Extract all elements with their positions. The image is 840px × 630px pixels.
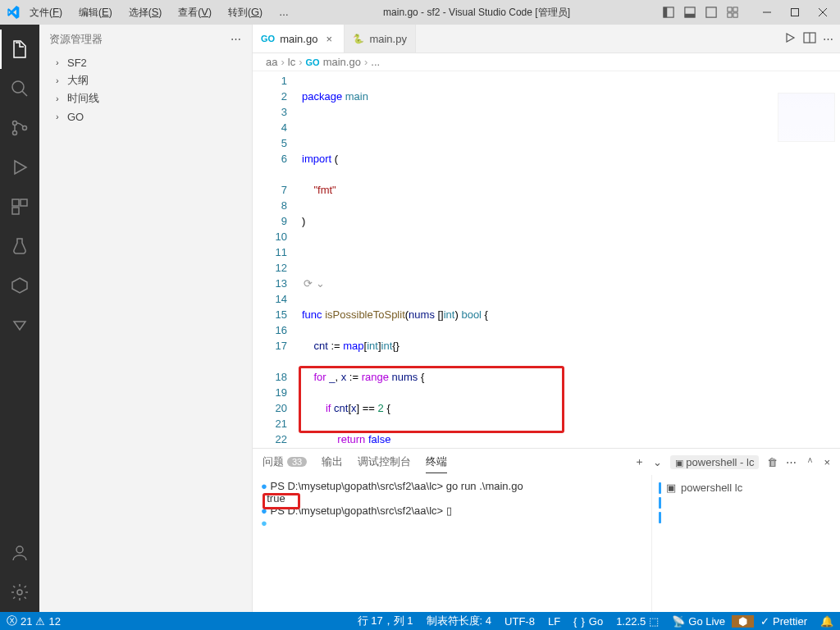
window-maximize-button[interactable] [781,0,809,25]
activity-account[interactable] [0,533,39,573]
panel-close-icon[interactable]: × [824,456,830,468]
activity-scm[interactable] [0,108,39,148]
svg-marker-26 [787,34,794,42]
svg-rect-1 [664,7,667,17]
panel-tab-problems[interactable]: 问题33 [262,451,307,472]
status-errors[interactable]: ⓧ 21 ⚠ 12 [0,614,67,628]
menu-edit[interactable]: 编辑(E) [72,2,119,23]
terminal[interactable]: ● PS D:\mysetup\gopath\src\sf2\aa\lc> go… [253,475,651,612]
panel-more-icon[interactable]: ⋯ [786,456,797,468]
terminal-kill-icon[interactable]: 🗑 [767,456,778,468]
sidebar-item-label: 大纲 [67,73,89,88]
titlebar: 文件(F) 编辑(E) 选择(S) 查看(V) 转到(G) … main.go … [0,0,840,25]
breadcrumb-seg[interactable]: aa [266,56,277,68]
terminal-list-item[interactable]: ▣ powershell lc [659,480,833,495]
svg-point-25 [17,590,22,595]
status-go-live[interactable]: 📡 Go Live [665,615,732,628]
activity-search[interactable] [0,69,39,108]
status-indent[interactable]: 制表符长度: 4 [420,614,498,628]
activity-settings[interactable] [0,573,39,612]
svg-rect-21 [12,208,19,214]
svg-rect-19 [12,199,19,206]
editor-more-icon[interactable]: ⋯ [823,33,833,45]
panel-maximize-icon[interactable]: ＾ [805,454,815,469]
sidebar-title: 资源管理器 [49,32,103,47]
breadcrumb-seg[interactable]: main.go [323,56,361,68]
tab-main-py[interactable]: 🐍 main.py [345,25,416,52]
layout-panel-icon[interactable] [679,0,701,25]
svg-point-13 [12,81,24,93]
panel-tab-debug[interactable]: 调试控制台 [358,451,411,472]
layout-custom-icon[interactable] [722,0,743,25]
window-close-button[interactable] [809,0,837,25]
statusbar: ⓧ 21 ⚠ 12 行 17，列 1 制表符长度: 4 UTF-8 LF {} … [0,612,840,630]
split-editor-icon[interactable] [803,31,816,47]
status-cursor-pos[interactable]: 行 17，列 1 [351,614,420,628]
svg-point-24 [16,546,23,553]
terminal-new-icon[interactable]: ＋ [634,454,645,469]
terminal-list-item[interactable] [659,510,833,525]
activity-bar [0,25,39,612]
status-prettier[interactable]: ✓ Prettier [754,615,814,628]
menu-select[interactable]: 选择(S) [122,2,169,23]
breadcrumb-seg[interactable]: ... [371,56,380,68]
tab-label: main.py [369,33,407,45]
status-eol[interactable]: LF [541,615,567,628]
svg-point-17 [23,126,27,130]
status-encoding[interactable]: UTF-8 [498,615,541,628]
breadcrumb-seg[interactable]: lc [288,56,295,68]
sidebar-explorer: 资源管理器 ⋯ ›SF2 ›大纲 ›时间线 ›GO [39,25,253,612]
status-notifications-icon[interactable]: 🔔 [814,615,840,628]
vscode-logo-icon [7,6,20,19]
terminal-line: PS D:\mysetup\gopath\src\sf2\aa\lc> [270,504,445,517]
problems-count-badge: 33 [287,457,307,467]
activity-extra-2[interactable] [0,305,39,345]
svg-marker-23 [14,322,25,330]
svg-marker-18 [15,161,26,174]
sidebar-more-icon[interactable]: ⋯ [231,33,242,45]
status-language[interactable]: {} Go [567,615,609,628]
sidebar-item-timeline[interactable]: ›时间线 [39,89,252,107]
terminal-list-item[interactable] [659,495,833,510]
menu-file[interactable]: 文件(F) [23,2,69,23]
layout-secondary-icon[interactable] [701,0,722,25]
menu-go[interactable]: 转到(G) [221,2,269,23]
terminal-dropdown-icon[interactable]: ⌄ [653,456,662,468]
line-gutter: 123456 7891011121314151617 1819202122 [253,71,302,448]
activity-testing[interactable] [0,226,39,266]
panel-tab-terminal[interactable]: 终端 [426,451,447,473]
layout-primary-icon[interactable] [658,0,679,25]
status-extension-icon[interactable]: ⬢ [732,615,754,628]
code-lens-row[interactable]: ⟳ ⌄ [302,276,840,291]
sidebar-item-label: GO [67,111,84,123]
python-file-icon: 🐍 [353,34,364,44]
svg-marker-22 [12,278,27,293]
tab-main-go[interactable]: GO main.go × [253,25,345,52]
activity-extensions[interactable] [0,187,39,226]
menu-more[interactable]: … [272,3,295,21]
svg-rect-20 [21,199,27,206]
panel-tabs: 问题33 输出 调试控制台 终端 ＋ ⌄ ▣ powershell - lc 🗑… [253,449,840,475]
svg-rect-3 [685,14,695,17]
terminal-line: true [267,492,285,504]
status-go-version[interactable]: 1.22.5 ⬚ [609,615,665,628]
sidebar-item-outline[interactable]: ›大纲 [39,71,252,89]
svg-rect-4 [706,7,716,17]
bottom-panel: 问题33 输出 调试控制台 终端 ＋ ⌄ ▣ powershell - lc 🗑… [253,448,840,612]
panel-tab-output[interactable]: 输出 [322,451,343,472]
code-editor[interactable]: 123456 7891011121314151617 1819202122 pa… [253,71,840,448]
activity-explorer[interactable] [0,30,39,69]
sidebar-item-sf2[interactable]: ›SF2 [39,53,252,71]
run-file-icon[interactable] [783,31,797,47]
terminal-line: PS D:\mysetup\gopath\src\sf2\aa\lc> go r… [270,480,523,492]
svg-line-14 [22,91,27,96]
window-minimize-button[interactable] [753,0,781,25]
close-icon[interactable]: × [322,32,336,45]
activity-run[interactable] [0,148,39,187]
sidebar-item-go[interactable]: ›GO [39,107,252,126]
menu-view[interactable]: 查看(V) [171,2,218,23]
code-content[interactable]: package main import ( "fmt" ) ⟳ ⌄ func i… [302,71,840,448]
terminal-name-pill[interactable]: ▣ powershell - lc [670,455,759,469]
activity-extra-1[interactable] [0,266,39,305]
breadcrumb[interactable]: aa› lc› GO main.go› ... [253,53,840,71]
